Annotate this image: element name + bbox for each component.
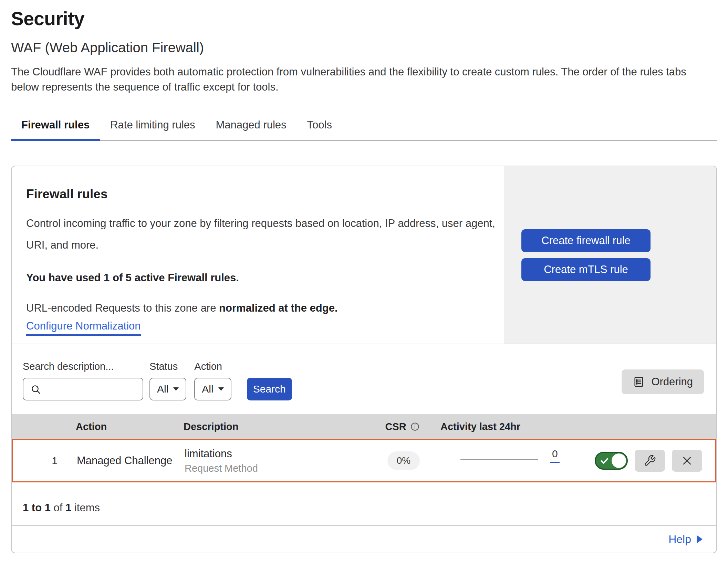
ordering-list-icon (633, 376, 645, 388)
delete-rule-button[interactable] (672, 450, 702, 472)
tab-label: Managed rules (216, 119, 287, 131)
tab-rate-limiting-rules[interactable]: Rate limiting rules (100, 113, 205, 140)
tab-label: Rate limiting rules (110, 119, 195, 131)
edit-rule-button[interactable] (635, 450, 665, 472)
search-button[interactable]: Search (247, 378, 292, 400)
page-title: Security (11, 8, 717, 30)
column-header-activity: Activity last 24hr (432, 421, 587, 432)
status-value: All (157, 383, 168, 395)
column-header-description: Description (174, 421, 373, 432)
help-link[interactable]: Help (668, 533, 703, 546)
table-header: Action Description CSR Activity last 24h… (12, 414, 716, 439)
firewall-rule-row-highlighted[interactable]: 1 Managed Challenge limitations Request … (12, 439, 716, 482)
firewall-rules-panel: Firewall rules Control incoming traffic … (11, 166, 717, 553)
info-icon[interactable] (410, 421, 420, 432)
tab-tools[interactable]: Tools (297, 113, 342, 140)
column-header-csr: CSR (385, 421, 406, 432)
close-icon (681, 455, 693, 467)
chevron-down-icon (173, 387, 179, 391)
action-select[interactable]: All (194, 378, 231, 400)
create-firewall-rule-button[interactable]: Create firewall rule (521, 229, 651, 252)
security-waf-page: Security WAF (Web Application Firewall) … (0, 0, 728, 553)
csr-badge: 0% (387, 451, 420, 470)
create-mtls-rule-button[interactable]: Create mTLS rule (521, 258, 651, 281)
tab-firewall-rules[interactable]: Firewall rules (11, 113, 100, 140)
pagination-summary: 1 to 1 of 1 items (12, 482, 716, 526)
tab-managed-rules[interactable]: Managed rules (206, 113, 297, 140)
rule-expression-field: Request Method (185, 463, 374, 474)
arrow-right-icon (697, 535, 703, 543)
normalization-note: URL-encoded Requests to this zone are no… (26, 302, 501, 314)
page-description: The Cloudflare WAF provides both automat… (11, 64, 717, 95)
firewall-rules-card: Firewall rules Control incoming traffic … (12, 166, 716, 344)
search-label: Search description... (23, 361, 143, 372)
ordering-button-label: Ordering (651, 376, 693, 388)
waf-tab-bar: Firewall rules Rate limiting rules Manag… (11, 113, 717, 141)
card-heading: Firewall rules (26, 187, 501, 201)
rule-enabled-toggle[interactable] (595, 452, 628, 470)
rule-action: Managed Challenge (66, 455, 175, 467)
status-select[interactable]: All (149, 378, 186, 400)
wrench-icon (644, 455, 656, 467)
tab-label: Firewall rules (21, 119, 90, 131)
usage-summary: You have used 1 of 5 active Firewall rul… (26, 272, 501, 284)
action-label: Action (194, 361, 231, 372)
activity-count-link[interactable]: 0 (550, 448, 560, 463)
tab-label: Tools (307, 119, 332, 131)
rule-priority: 1 (13, 455, 66, 467)
action-value: All (202, 383, 213, 395)
column-header-action: Action (65, 421, 174, 432)
card-description: Control incoming traffic to your zone by… (26, 212, 501, 256)
activity-sparkline (460, 459, 538, 460)
toggle-knob (612, 453, 626, 468)
status-label: Status (149, 361, 186, 372)
configure-normalization-link[interactable]: Configure Normalization (26, 320, 141, 336)
filter-bar: Search description... Status All (12, 344, 716, 414)
rule-description: limitations (185, 448, 374, 460)
check-icon (599, 456, 610, 466)
help-link-label: Help (668, 533, 691, 546)
chevron-down-icon (218, 387, 224, 391)
ordering-button[interactable]: Ordering (622, 369, 704, 394)
page-subtitle: WAF (Web Application Firewall) (11, 40, 717, 55)
actions-sidebar: Create firewall rule Create mTLS rule (504, 166, 716, 344)
search-icon (30, 384, 41, 395)
